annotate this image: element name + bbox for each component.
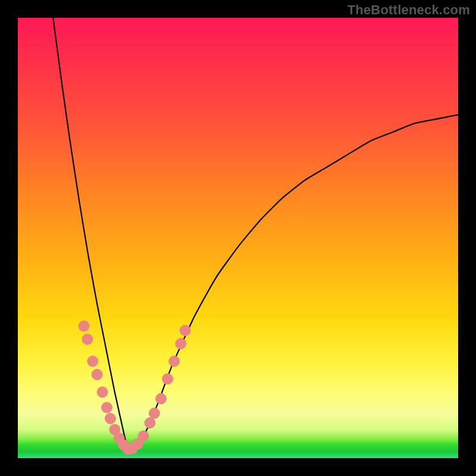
data-dot	[169, 356, 180, 367]
chart-frame: TheBottleneck.com	[0, 0, 476, 476]
curve-layer	[18, 18, 458, 458]
bottleneck-curve	[53, 18, 458, 450]
data-dot	[156, 393, 167, 404]
data-dot	[162, 374, 173, 384]
data-dot	[180, 325, 190, 336]
data-dot	[92, 369, 102, 380]
data-dot	[82, 334, 93, 345]
curve-dots	[79, 321, 190, 455]
data-dot	[97, 387, 108, 397]
plot-area	[18, 18, 458, 458]
data-dot	[145, 418, 155, 428]
data-dot	[149, 408, 159, 419]
data-dot	[176, 339, 186, 349]
watermark-text: TheBottleneck.com	[347, 2, 470, 18]
data-dot	[79, 321, 89, 331]
data-dot	[105, 413, 115, 424]
data-dot	[87, 356, 98, 367]
data-dot	[138, 431, 149, 441]
data-dot	[101, 402, 112, 413]
